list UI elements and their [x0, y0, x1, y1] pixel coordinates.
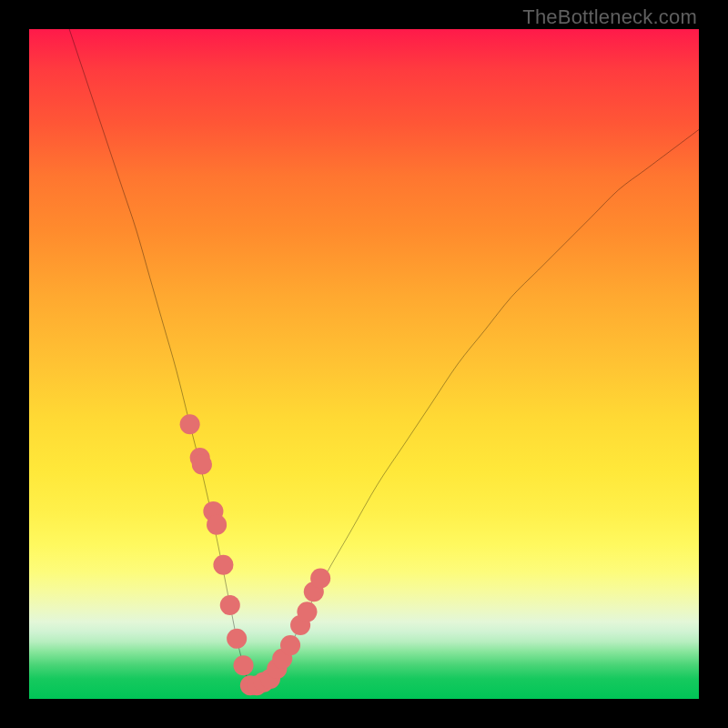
sample-point: [192, 454, 212, 474]
sample-point: [213, 555, 233, 575]
sample-points: [180, 414, 331, 695]
chart-frame: TheBottleneck.com: [0, 0, 728, 728]
sample-point: [233, 655, 253, 675]
sample-point: [297, 602, 317, 622]
sample-point: [227, 629, 247, 649]
watermark-text: TheBottleneck.com: [522, 5, 697, 29]
chart-svg: [29, 29, 699, 699]
sample-point: [220, 595, 240, 615]
sample-point: [180, 414, 200, 434]
plot-area: [29, 29, 699, 699]
sample-point: [280, 635, 300, 655]
bottleneck-curve: [69, 29, 699, 687]
sample-point: [207, 515, 227, 535]
sample-point: [310, 568, 330, 588]
